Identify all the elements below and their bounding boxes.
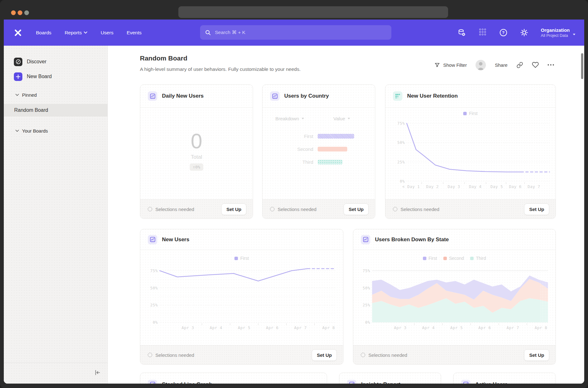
card-footer: Selections needed Set Up <box>353 345 556 364</box>
card-stacked-line-graph: Stacked Line Graph <box>140 373 327 384</box>
setup-button[interactable]: Set Up <box>524 349 549 361</box>
sidebar-item-random-board[interactable]: Random Board <box>4 104 107 117</box>
bar-label: First <box>275 134 313 139</box>
bar-label: Second <box>275 146 313 152</box>
svg-text:Day 3: Day 3 <box>447 184 460 189</box>
status-text: Selections needed <box>401 207 439 212</box>
stacked-area-chart: First Second Third 75%50%25%0%Apr 3Apr 4… <box>353 250 556 345</box>
svg-text:Apr 5: Apr 5 <box>238 325 251 330</box>
chevron-down-icon <box>15 94 19 96</box>
nav-item-users[interactable]: Users <box>101 30 113 36</box>
retention-chart: First 75%50%25%0%< Day 1Day 2Day 3Day 4D… <box>385 108 556 199</box>
bar-row: Second <box>262 143 375 156</box>
legend-swatch-icon <box>423 257 426 260</box>
line-chart-icon <box>270 91 280 101</box>
svg-text:25%: 25% <box>363 303 370 307</box>
card-daily-new-users: Daily New Users 0 Total ↑0% Selections n… <box>140 84 253 219</box>
svg-text:75%: 75% <box>363 268 370 273</box>
card-footer: Selections needed Set Up <box>140 199 253 219</box>
setup-button[interactable]: Set Up <box>343 203 369 215</box>
svg-text:25%: 25% <box>150 303 158 307</box>
data-management-icon[interactable] <box>458 29 466 37</box>
svg-text:Apr 3: Apr 3 <box>182 325 194 330</box>
traffic-light-minimize[interactable] <box>18 10 22 15</box>
card-title: New User Retention <box>407 93 458 99</box>
legend-label: Second <box>449 256 464 261</box>
search-input[interactable] <box>200 25 391 40</box>
legend-label: First <box>240 256 249 261</box>
sidebar-section-label: Your Boards <box>22 128 48 134</box>
chevron-down-icon <box>84 31 87 34</box>
apps-grid-icon[interactable] <box>478 29 487 37</box>
filter-icon <box>434 62 440 68</box>
svg-text:75%: 75% <box>397 121 405 126</box>
setup-button[interactable]: Set Up <box>524 203 549 215</box>
legend-swatch-icon <box>234 257 238 260</box>
compass-icon <box>14 58 22 66</box>
favorite-heart-icon[interactable] <box>532 61 539 68</box>
metric-delta-badge: ↑0% <box>190 163 203 171</box>
bar-rows: First Second Third <box>262 130 375 168</box>
svg-text:Apr 8: Apr 8 <box>322 325 335 330</box>
nav-item-reports[interactable]: Reports <box>65 30 87 36</box>
mixpanel-logo-icon[interactable] <box>13 28 23 37</box>
value-dropdown[interactable]: Value <box>333 116 350 121</box>
status-text: Selections needed <box>155 207 194 212</box>
card-title: Stacked Line Graph <box>162 381 212 384</box>
setup-button[interactable]: Set Up <box>312 349 337 361</box>
status-text: Selections needed <box>368 352 407 358</box>
search-field[interactable] <box>214 29 386 36</box>
copy-link-icon[interactable] <box>516 62 523 68</box>
card-footer: Selections needed Set Up <box>262 199 375 219</box>
plus-icon <box>14 72 22 81</box>
bar <box>318 134 354 139</box>
nav-item-boards[interactable]: Boards <box>36 30 51 36</box>
svg-text:Apr 4: Apr 4 <box>210 325 222 330</box>
bar-label: Third <box>275 159 313 165</box>
sidebar-section-your-boards[interactable]: Your Boards <box>15 128 48 134</box>
card-footer: Selections needed Set Up <box>385 199 556 219</box>
breakdown-dropdown[interactable]: Breakdown <box>275 116 304 121</box>
collapse-sidebar-button[interactable] <box>93 368 102 377</box>
sidebar-item-discover[interactable]: Discover <box>4 56 107 67</box>
avatar[interactable] <box>476 60 486 70</box>
traffic-light-zoom[interactable] <box>24 10 29 15</box>
sidebar-item-new-board[interactable]: New Board <box>4 71 107 82</box>
svg-text:0%: 0% <box>365 320 370 325</box>
org-switcher[interactable]: Organization All Project Data <box>541 27 575 38</box>
legend-label: First <box>429 256 437 261</box>
show-filter-button[interactable]: Show Filter <box>434 62 467 68</box>
page-title: Random Board <box>140 54 187 62</box>
help-icon[interactable]: ? <box>499 29 507 37</box>
settings-gear-icon[interactable] <box>520 29 528 37</box>
share-button[interactable]: Share <box>495 62 507 68</box>
card-new-user-retention: New User Retention First 75%50%25%0%< Da… <box>385 84 556 219</box>
macos-window: Boards Reports Users Events <box>0 0 588 388</box>
show-filter-label: Show Filter <box>443 62 467 68</box>
sidebar: Discover New Board Pinned Random Board Y… <box>4 46 108 384</box>
card-title: Daily New Users <box>162 93 204 99</box>
top-nav: Boards Reports Users Events <box>4 20 584 46</box>
scrollbar-thumb[interactable] <box>581 53 583 79</box>
svg-text:50%: 50% <box>150 286 158 290</box>
setup-button[interactable]: Set Up <box>221 203 246 215</box>
svg-text:75%: 75% <box>150 268 158 273</box>
card-active-users: Active Users <box>453 373 556 384</box>
svg-text:Apr 8: Apr 8 <box>535 325 547 330</box>
more-options-icon[interactable] <box>548 64 554 66</box>
legend-swatch-icon <box>463 112 467 115</box>
sidebar-section-pinned[interactable]: Pinned <box>15 92 37 98</box>
nav-item-events[interactable]: Events <box>127 30 141 36</box>
card-users-by-state: Users Broken Down By State First Second … <box>353 229 556 365</box>
legend-item: First <box>234 256 249 261</box>
card-header: New User Retention <box>385 85 556 108</box>
address-bar[interactable] <box>178 6 448 18</box>
chart-legend: First <box>140 256 343 261</box>
line-chart-icon <box>148 380 157 384</box>
card-header: Stacked Line Graph <box>140 373 327 384</box>
status-circle-icon <box>270 207 274 211</box>
bar-row: First <box>262 130 375 143</box>
svg-text:Day 6: Day 6 <box>509 184 522 189</box>
card-title: Insights Report <box>361 381 401 384</box>
traffic-light-close[interactable] <box>11 10 16 15</box>
